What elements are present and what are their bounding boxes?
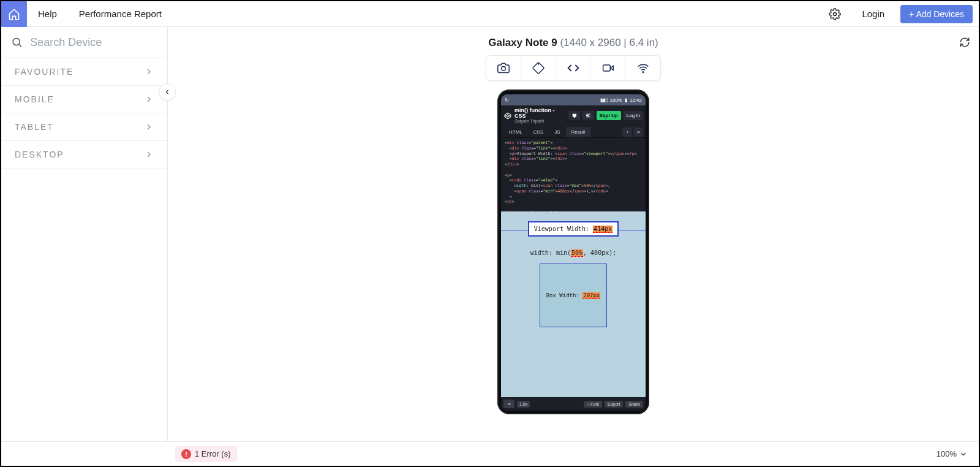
code-panel: <div class="parent"> <div class="line"><… <box>501 138 646 211</box>
category-label: TABLET <box>15 122 54 132</box>
codepen-tabs: HTML CSS JS Result <box>501 126 646 138</box>
error-icon: ! <box>181 449 191 459</box>
tab-css[interactable]: CSS <box>528 127 549 137</box>
viewport-width-box: Viewport Width: 414px <box>528 221 619 237</box>
viewport-width-value: 414px <box>593 226 612 233</box>
zoom-value: 100% <box>937 449 957 458</box>
menu-icon <box>586 113 591 118</box>
chevron-left-icon <box>164 88 171 96</box>
tab-result[interactable]: Result <box>566 127 591 137</box>
status-bar: ! 1 Error (s) 100% <box>1 441 979 466</box>
pen-author: Satyam Tripathi <box>514 119 566 123</box>
category-label: DESKTOP <box>15 150 64 159</box>
category-favourite[interactable]: FAVOURITE <box>1 58 167 86</box>
battery-text: 100% <box>610 97 622 103</box>
result-panel: Viewport Width: 414px width: min(50%, 40… <box>501 211 646 397</box>
video-icon <box>602 62 614 74</box>
camera-icon <box>497 62 510 74</box>
device-name: Galaxy Note 9 <box>488 37 560 48</box>
search-row <box>1 27 167 58</box>
help-link[interactable]: Help <box>27 9 68 19</box>
codepen-footer: 1.0x ⑂ Fork Export Share <box>501 397 646 411</box>
main-area: Galaxy Note 9 (1440 x 2960 | 6.4 in) <box>168 27 979 441</box>
chevron-right-icon <box>144 122 154 132</box>
error-count: 1 Error (s) <box>195 449 231 458</box>
devtools-button[interactable] <box>556 56 591 80</box>
code-icon <box>567 62 579 74</box>
chevron-right-icon <box>144 67 154 77</box>
chevron-right-icon <box>144 150 154 159</box>
login-button[interactable]: Login <box>850 9 897 19</box>
signal-icon: ▮▮▯ <box>600 97 608 103</box>
device-dimensions: (1440 x 2960 | 6.4 in) <box>560 37 658 48</box>
code-line: width: min(50%, 400px); <box>530 249 616 256</box>
codepen-logo-icon <box>503 112 512 120</box>
gear-icon <box>625 129 630 135</box>
add-devices-button[interactable]: + Add Devices <box>900 5 973 23</box>
tab-dropdown-button[interactable] <box>633 127 643 137</box>
chevron-right-icon <box>144 94 154 104</box>
codepen-header: min() function - CSS Satyam Tripathi Sig… <box>501 105 646 126</box>
chevron-up-icon <box>507 401 512 407</box>
box-width-value: 207px <box>582 292 600 299</box>
category-tablet[interactable]: TABLET <box>1 113 167 141</box>
screenshot-button[interactable] <box>486 56 521 80</box>
error-indicator[interactable]: ! 1 Error (s) <box>175 446 237 462</box>
svg-point-0 <box>834 12 837 15</box>
category-desktop[interactable]: DESKTOP <box>1 141 167 169</box>
record-button[interactable] <box>591 56 626 80</box>
pen-title: min() function - CSS <box>514 108 566 119</box>
fork-button[interactable]: ⑂ Fork <box>584 401 602 408</box>
chevron-down-icon <box>959 450 968 458</box>
device-screen[interactable]: ↻ ▮▮▯ 100% ▮ 12:42 min() function - CSS … <box>501 94 646 411</box>
category-mobile[interactable]: MOBILE <box>1 86 167 113</box>
search-icon <box>11 36 23 49</box>
svg-point-2 <box>502 67 506 71</box>
zoom-control[interactable]: 100% <box>937 449 971 458</box>
box-width-box: Box Width: 207px <box>540 264 607 327</box>
tab-js[interactable]: JS <box>549 127 565 137</box>
view-button[interactable] <box>582 111 594 120</box>
scale-indicator[interactable]: 1.0x <box>517 401 530 408</box>
heart-button[interactable] <box>568 111 580 120</box>
tab-html[interactable]: HTML <box>503 127 528 137</box>
top-bar: Help Performance Report Login + Add Devi… <box>1 1 979 27</box>
performance-report-link[interactable]: Performance Report <box>68 9 173 19</box>
settings-button[interactable] <box>820 8 850 20</box>
console-toggle[interactable] <box>503 400 514 408</box>
home-icon <box>8 8 20 20</box>
export-button[interactable]: Export <box>605 401 623 408</box>
category-label: FAVOURITE <box>15 67 74 77</box>
refresh-icon <box>959 37 970 48</box>
sidebar: FAVOURITE MOBILE TABLET DESKTOP <box>1 27 168 441</box>
heart-icon <box>571 113 577 118</box>
gear-icon <box>829 8 841 20</box>
rotate-icon <box>532 62 545 74</box>
login-button-pen[interactable]: Log In <box>624 111 643 120</box>
battery-icon: ▮ <box>625 97 627 103</box>
tab-settings-button[interactable] <box>622 127 632 137</box>
device-header: Galaxy Note 9 (1440 x 2960 | 6.4 in) <box>168 27 979 54</box>
rotate-button[interactable] <box>521 56 556 80</box>
svg-point-5 <box>643 72 644 73</box>
svg-rect-4 <box>603 65 611 71</box>
refresh-button[interactable] <box>959 37 970 48</box>
category-label: MOBILE <box>15 94 55 104</box>
search-input[interactable] <box>30 36 157 49</box>
device-frame: ↻ ▮▮▯ 100% ▮ 12:42 min() function - CSS … <box>497 89 649 414</box>
collapse-sidebar-button[interactable] <box>159 83 176 101</box>
phone-statusbar: ↻ ▮▮▯ 100% ▮ 12:42 <box>501 94 646 105</box>
svg-point-1 <box>13 39 20 45</box>
svg-point-7 <box>627 131 628 132</box>
clock-text: 12:42 <box>630 97 642 103</box>
wifi-icon <box>637 62 649 74</box>
share-button[interactable]: Share <box>625 401 643 408</box>
device-toolbar <box>168 55 979 81</box>
signup-button[interactable]: Sign Up <box>597 111 621 120</box>
loading-icon: ↻ <box>505 97 509 103</box>
home-button[interactable] <box>1 1 27 27</box>
network-button[interactable] <box>626 56 660 80</box>
chevron-down-icon <box>636 129 641 135</box>
